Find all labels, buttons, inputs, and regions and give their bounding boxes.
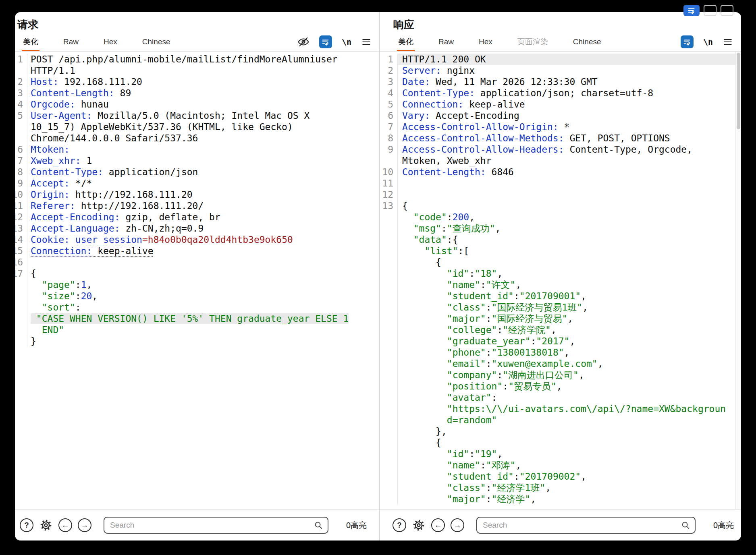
- code-line[interactable]: 2Server: nginx: [380, 65, 741, 76]
- code-line[interactable]: {: [380, 437, 741, 448]
- ghost-button-2[interactable]: [721, 5, 733, 16]
- code-line[interactable]: 9Access-Control-Allow-Headers: Content-T…: [380, 144, 741, 155]
- code-line[interactable]: 4Orgcode: hunau: [15, 99, 379, 110]
- newline-icon[interactable]: \n: [703, 37, 713, 47]
- code-line[interactable]: END": [15, 324, 379, 335]
- code-line[interactable]: 1HTTP/1.1 200 OK: [380, 54, 741, 65]
- code-line[interactable]: "major":"国际经济与贸易",: [380, 313, 741, 324]
- code-line[interactable]: 1POST /api.php/alumni-mobile/mailList/fi…: [15, 54, 379, 65]
- code-line[interactable]: 7Access-Control-Allow-Origin: *: [380, 121, 741, 133]
- prev-match-button[interactable]: ←: [58, 518, 72, 532]
- wrap-lines-icon[interactable]: [681, 35, 694, 48]
- code-line[interactable]: "student_id":"201709001",: [380, 290, 741, 302]
- tab-Chinese[interactable]: Chinese: [573, 32, 601, 51]
- scrollbar-thumb[interactable]: [737, 53, 740, 129]
- wrap-lines-icon[interactable]: [319, 35, 332, 48]
- code-line[interactable]: "code":200,: [380, 211, 741, 223]
- code-line[interactable]: "position":"贸易专员",: [380, 381, 741, 392]
- gear-icon[interactable]: [39, 518, 53, 532]
- code-line[interactable]: 15Connection: keep-alive: [15, 245, 379, 257]
- request-editor[interactable]: 1POST /api.php/alumni-mobile/mailList/fi…: [15, 52, 379, 509]
- code-line[interactable]: 3Content-Length: 89: [15, 87, 379, 99]
- code-line[interactable]: "avatar":: [380, 392, 741, 403]
- code-line[interactable]: "name":"邓涛",: [380, 460, 741, 471]
- scrollbar-track[interactable]: [735, 52, 741, 509]
- help-icon[interactable]: ?: [393, 518, 406, 532]
- code-line[interactable]: },: [380, 426, 741, 437]
- code-line[interactable]: 11Referer: http://192.168.111.20/: [15, 200, 379, 211]
- code-line[interactable]: Chrome/144.0.0.0 Safari/537.36: [15, 133, 379, 144]
- code-line[interactable]: {: [380, 257, 741, 268]
- code-line[interactable]: 3Date: Wed, 11 Mar 2026 12:33:30 GMT: [380, 76, 741, 87]
- eye-off-icon[interactable]: [297, 36, 309, 48]
- code-line[interactable]: 9Accept: */*: [15, 178, 379, 189]
- code-line[interactable]: 5User-Agent: Mozilla/5.0 (Macintosh; Int…: [15, 110, 379, 121]
- code-line[interactable]: 11: [380, 178, 741, 189]
- code-line[interactable]: "id":"18",: [380, 268, 741, 279]
- code-line[interactable]: "college":"经济学院",: [380, 324, 741, 335]
- menu-icon[interactable]: [723, 37, 733, 47]
- tab-美化[interactable]: 美化: [23, 32, 38, 51]
- tab-Chinese[interactable]: Chinese: [142, 32, 170, 51]
- tab-页面渲染[interactable]: 页面渲染: [517, 32, 548, 51]
- response-search-input[interactable]: [482, 520, 681, 530]
- tab-Raw[interactable]: Raw: [438, 32, 454, 51]
- ghost-button-1[interactable]: [704, 5, 717, 16]
- code-line[interactable]: 13Accept-Language: zh-CN,zh;q=0.9: [15, 223, 379, 234]
- code-line[interactable]: 17{: [15, 268, 379, 279]
- code-line[interactable]: "page":1,: [15, 279, 379, 290]
- code-line[interactable]: 8Access-Control-Allow-Methods: GET, POST…: [380, 133, 741, 144]
- code-line[interactable]: d=random": [380, 414, 741, 426]
- code-line[interactable]: 6Vary: Accept-Encoding: [380, 110, 741, 121]
- tab-美化[interactable]: 美化: [398, 32, 413, 51]
- code-line[interactable]: "phone":"13800138018",: [380, 347, 741, 358]
- code-line[interactable]: "size":20,: [15, 290, 379, 302]
- code-line[interactable]: "company":"湖南进出口公司",: [380, 369, 741, 381]
- code-line[interactable]: 5Connection: keep-alive: [380, 99, 741, 110]
- code-line[interactable]: 12Accept-Encoding: gzip, deflate, br: [15, 211, 379, 223]
- help-icon[interactable]: ?: [20, 518, 33, 532]
- code-line[interactable]: 12: [380, 189, 741, 200]
- tab-Hex[interactable]: Hex: [479, 32, 492, 51]
- response-search-box[interactable]: [476, 517, 696, 534]
- gear-icon[interactable]: [412, 518, 426, 532]
- request-search-box[interactable]: [104, 517, 328, 534]
- code-line[interactable]: 10Content-Length: 6846: [380, 166, 741, 178]
- code-line[interactable]: 2Host: 192.168.111.20: [15, 76, 379, 87]
- code-line[interactable]: "email":"xuwen@example.com",: [380, 358, 741, 369]
- code-line[interactable]: "sort":: [15, 302, 379, 313]
- code-line[interactable]: "student_id":"201709002",: [380, 471, 741, 482]
- newline-icon[interactable]: \n: [342, 37, 351, 47]
- wrap-icon-floating[interactable]: [683, 5, 700, 16]
- prev-match-button[interactable]: ←: [431, 518, 445, 532]
- menu-icon[interactable]: [361, 37, 372, 47]
- code-line[interactable]: 8Content-Type: application/json: [15, 166, 379, 178]
- code-line[interactable]: 16: [15, 257, 379, 268]
- code-line[interactable]: 10_15_7) AppleWebKit/537.36 (KHTML, like…: [15, 121, 379, 133]
- code-line[interactable]: "class":"经济学1班",: [380, 482, 741, 493]
- code-line[interactable]: "name":"许文",: [380, 279, 741, 290]
- code-line[interactable]: "list":[: [380, 245, 741, 257]
- code-line[interactable]: "graduate_year":"2017",: [380, 335, 741, 347]
- code-line[interactable]: "class":"国际经济与贸易1班",: [380, 302, 741, 313]
- code-line[interactable]: Mtoken, Xweb_xhr: [380, 155, 741, 166]
- code-line[interactable]: "id":"19",: [380, 448, 741, 460]
- response-editor[interactable]: 1HTTP/1.1 200 OK2Server: nginx3Date: Wed…: [380, 52, 741, 509]
- tab-Raw[interactable]: Raw: [63, 32, 79, 51]
- code-line[interactable]: }: [15, 335, 379, 347]
- code-line[interactable]: 4Content-Type: application/json; charset…: [380, 87, 741, 99]
- code-line[interactable]: HTTP/1.1: [15, 65, 379, 76]
- code-line[interactable]: "major":"经济学",: [380, 493, 741, 505]
- next-match-button[interactable]: →: [78, 518, 91, 532]
- code-line[interactable]: "data":{: [380, 234, 741, 245]
- tab-Hex[interactable]: Hex: [104, 32, 117, 51]
- code-line[interactable]: 7Xweb_xhr: 1: [15, 155, 379, 166]
- code-line[interactable]: 13{: [380, 200, 741, 211]
- code-line[interactable]: 14Cookie: user_session=h84o0b0qa20ldd4ht…: [15, 234, 379, 245]
- code-line[interactable]: 6Mtoken:: [15, 144, 379, 155]
- request-search-input[interactable]: [109, 520, 314, 530]
- code-line[interactable]: "msg":"查询成功",: [380, 223, 741, 234]
- code-line[interactable]: "CASE WHEN VERSION() LIKE '5%' THEN grad…: [15, 313, 379, 324]
- code-line[interactable]: "https:\/\/ui-avatars.com\/api\/?name=XW…: [380, 403, 741, 414]
- code-line[interactable]: 10Origin: http://192.168.111.20: [15, 189, 379, 200]
